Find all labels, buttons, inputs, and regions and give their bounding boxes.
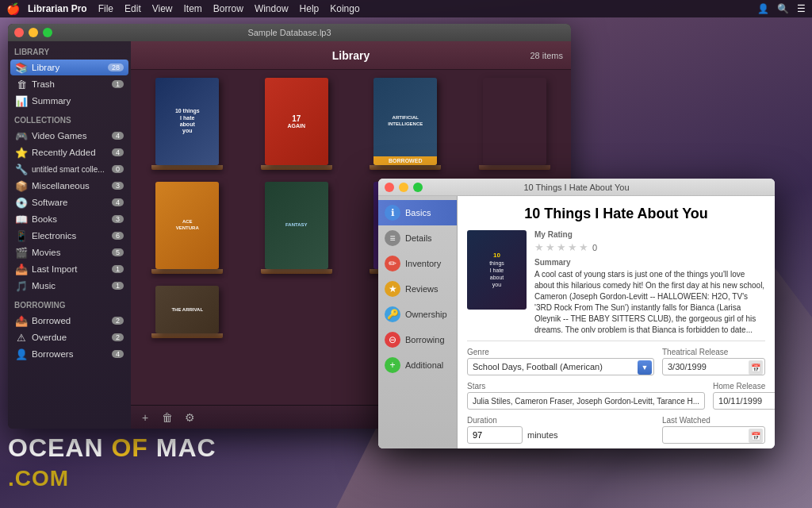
add-item-button[interactable]: + (137, 410, 153, 425)
list-item[interactable] (466, 78, 564, 170)
minimize-button[interactable] (29, 28, 38, 37)
detail-nav-ownership[interactable]: 🔑 Ownership (378, 302, 457, 327)
books-icon: 📖 (15, 213, 28, 225)
sidebar-item-software[interactable]: 💿 Software 4 (10, 194, 128, 210)
detail-maximize-button[interactable] (413, 183, 423, 192)
duration-row: minutes (467, 426, 654, 444)
duration-label: Duration (467, 416, 654, 425)
list-item[interactable]: ARTIFICIALINTELLIGENCE BORROWED (357, 78, 454, 170)
menu-view[interactable]: View (152, 3, 173, 14)
genre-label: Genre (467, 348, 654, 356)
additional-label: Additional (405, 360, 443, 370)
genre-input[interactable]: School Days, Football (American) ▼ (467, 358, 654, 375)
sidebar-item-electronics[interactable]: 📱 Electronics 6 (10, 228, 128, 244)
apple-menu[interactable]: 🍎 (6, 2, 20, 15)
book-cover: THE ARRIVAL (155, 286, 219, 333)
star-3[interactable]: ★ (557, 241, 566, 253)
book-cover-inner: 17 AGAIN (265, 78, 328, 165)
maximize-button[interactable] (43, 28, 52, 37)
sidebar-item-misc[interactable]: 📦 Miscellaneous 3 (10, 178, 128, 194)
detail-minimize-button[interactable] (399, 183, 408, 192)
close-button[interactable] (14, 28, 24, 37)
detail-nav-reviews[interactable]: ★ Reviews (378, 276, 457, 302)
menu-borrow[interactable]: Borrow (213, 3, 243, 14)
book-cover: ARTIFICIALINTELLIGENCE BORROWED (373, 78, 437, 165)
software-icon: 💿 (15, 196, 28, 209)
menu-file[interactable]: File (98, 3, 113, 14)
menu-window[interactable]: Window (255, 3, 289, 14)
sidebar-item-library[interactable]: 📚 Library 28 (10, 60, 128, 75)
electronics-badge: 6 (112, 232, 124, 240)
list-item[interactable]: THE ARRIVAL (139, 286, 236, 338)
inventory-label: Inventory (405, 259, 441, 268)
reviews-label: Reviews (405, 284, 439, 294)
menu-help[interactable]: Help (300, 3, 320, 14)
detail-close-button[interactable] (385, 183, 394, 192)
detail-nav-basics[interactable]: ℹ Basics (378, 200, 457, 225)
duration-input[interactable] (467, 426, 523, 444)
list-item[interactable]: 17 AGAIN (248, 78, 346, 170)
duration-group: Duration minutes (467, 416, 654, 444)
sidebar-borrowers-label: Borrowers (32, 349, 108, 359)
sidebar-item-summary[interactable]: 📊 Summary (10, 93, 128, 109)
ownership-icon: 🔑 (385, 306, 400, 322)
overdue-icon: ⚠ (15, 331, 28, 344)
overdue-badge: 2 (112, 333, 124, 341)
sidebar-item-borrowers[interactable]: 👤 Borrowers 4 (10, 346, 128, 362)
delete-item-button[interactable]: 🗑 (159, 410, 175, 425)
detail-nav-inventory[interactable]: ✏ Inventory (378, 251, 457, 276)
menu-edit[interactable]: Edit (124, 3, 141, 14)
borrowed-badge-label: BORROWED (373, 156, 437, 165)
book-cover-inner: 10 thingsI hateaboutyou (155, 78, 219, 165)
home-release-input[interactable]: 10/11/1999 📅 (713, 392, 775, 410)
sidebar-item-trash[interactable]: 🗑 Trash 1 (10, 76, 128, 92)
detail-nav-borrowing[interactable]: ⊖ Borrowing (378, 327, 457, 352)
star-2[interactable]: ★ (546, 241, 555, 253)
sidebar-library-label: Library (32, 63, 104, 72)
theatrical-release-calendar-button[interactable]: 📅 (749, 360, 763, 375)
movie-thumbnail: 10 things I hate about you (467, 230, 527, 310)
sidebar-item-music[interactable]: 🎵 Music 1 (10, 278, 128, 294)
theatrical-release-input[interactable]: 3/30/1999 📅 (662, 358, 765, 375)
last-watched-calendar-button[interactable]: 📅 (749, 429, 763, 443)
menubar: 🍎 Librarian Pro File Edit View Item Borr… (0, 0, 812, 17)
app-name[interactable]: Librarian Pro (28, 3, 87, 14)
menu-item[interactable]: Item (184, 3, 202, 14)
detail-nav-details[interactable]: ≡ Details (378, 225, 457, 251)
sidebar-item-videogames[interactable]: 🎮 Video Games 4 (10, 128, 128, 144)
sidebar-software-label: Software (32, 198, 108, 207)
user-icon[interactable]: 👤 (757, 3, 769, 14)
sidebar-item-lastimport[interactable]: 📥 Last Import 1 (10, 261, 128, 277)
sidebar-item-borrowed[interactable]: 📤 Borrowed 2 (10, 313, 128, 329)
stars-input[interactable]: Julia Stiles, Cameron Fraser, Joseph Gor… (467, 392, 705, 410)
star-4[interactable]: ★ (568, 241, 577, 253)
borrowers-badge: 4 (112, 350, 124, 358)
watermark-mac: MAC (148, 433, 216, 462)
sidebar-item-smart[interactable]: 🔧 untitled smart colle... 0 (10, 161, 128, 177)
detail-titlebar: 10 Things I Hate About You (378, 179, 775, 196)
book-cover: FANTASY (265, 182, 328, 269)
star-1[interactable]: ★ (534, 241, 544, 253)
last-watched-label: Last Watched (662, 416, 765, 425)
list-item[interactable]: ACEVENTURA (139, 182, 236, 274)
duration-unit: minutes (527, 430, 558, 440)
sidebar-item-books[interactable]: 📖 Books 3 (10, 211, 128, 227)
detail-nav-additional[interactable]: + Additional (378, 352, 457, 378)
book-shelf (151, 165, 223, 170)
star-5[interactable]: ★ (579, 241, 588, 253)
sidebar-item-overdue[interactable]: ⚠ Overdue 2 (10, 329, 128, 345)
last-watched-input[interactable]: 📅 (662, 426, 765, 444)
borrowing-label: Borrowing (405, 335, 445, 344)
hamburger-icon[interactable]: ☰ (797, 3, 806, 14)
genre-value: School Days, Football (American) (473, 362, 649, 371)
stars-row[interactable]: ★ ★ ★ ★ ★ 0 (534, 241, 765, 253)
sidebar-item-movies[interactable]: 🎬 Movies 5 (10, 244, 128, 260)
genre-dropdown-button[interactable]: ▼ (638, 360, 652, 375)
menu-koingo[interactable]: Koingo (330, 3, 359, 14)
settings-button[interactable]: ⚙ (182, 410, 197, 425)
list-item[interactable]: 10 thingsI hateaboutyou (139, 78, 236, 170)
list-item[interactable]: FANTASY (248, 182, 346, 274)
search-menubar-icon[interactable]: 🔍 (777, 3, 789, 14)
sidebar-item-recentlyadded[interactable]: ⭐ Recently Added 4 (10, 144, 128, 160)
smart-badge: 0 (112, 165, 124, 173)
